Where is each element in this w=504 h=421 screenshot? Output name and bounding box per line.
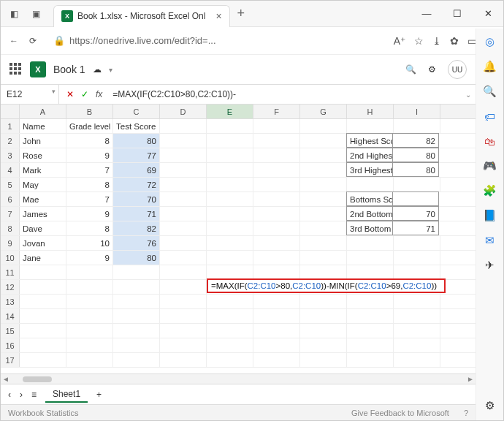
cell-A15[interactable]	[20, 324, 66, 338]
cell-D8[interactable]	[160, 221, 207, 235]
col-header-D[interactable]: D	[160, 105, 207, 118]
cell-G5[interactable]	[300, 178, 347, 191]
user-avatar[interactable]: UU	[448, 60, 467, 79]
cell-A13[interactable]	[20, 295, 66, 308]
formula-expand-icon[interactable]: ⌄	[461, 91, 476, 99]
sheet-tab-active[interactable]: Sheet1	[45, 387, 88, 403]
cell-B8[interactable]: 8	[66, 221, 113, 235]
cell-B3[interactable]: 9	[66, 148, 113, 162]
minimize-button[interactable]: —	[411, 1, 442, 27]
row-header-13[interactable]: 13	[1, 295, 20, 308]
cell-A3[interactable]: Rose	[20, 148, 66, 162]
maximize-button[interactable]: ☐	[442, 1, 473, 27]
cell-D12[interactable]	[160, 280, 207, 294]
cell-A9[interactable]: Jovan	[20, 236, 66, 250]
cell-H7[interactable]: 2nd Bottom	[346, 206, 393, 221]
help-mode-icon[interactable]: ?	[464, 409, 468, 417]
cell-A7[interactable]: James	[20, 207, 66, 221]
cell-G7[interactable]	[300, 207, 347, 221]
games-icon[interactable]: 🎮	[483, 159, 497, 173]
cell-B6[interactable]: 7	[66, 192, 113, 206]
cell-D6[interactable]	[160, 192, 207, 206]
cell-G8[interactable]	[300, 221, 347, 235]
cell-C6[interactable]: 70	[113, 192, 160, 206]
cell-D13[interactable]	[160, 295, 207, 308]
cell-I6[interactable]	[392, 191, 439, 206]
cell-C15[interactable]	[113, 324, 160, 338]
scroll-thumb[interactable]	[23, 376, 52, 382]
cell-H13[interactable]	[347, 295, 394, 308]
cell-B2[interactable]: 8	[66, 134, 113, 148]
cell-B1[interactable]: Grade level	[66, 119, 113, 133]
cell-E9[interactable]	[207, 236, 253, 250]
cell-B9[interactable]: 10	[66, 236, 113, 250]
row-header-8[interactable]: 8	[1, 221, 20, 235]
cell-D16[interactable]	[160, 338, 207, 352]
row-header-5[interactable]: 5	[1, 178, 20, 191]
cell-B5[interactable]: 8	[66, 178, 113, 191]
cell-D15[interactable]	[160, 324, 207, 338]
cell-H3[interactable]: 2nd Highest	[346, 148, 393, 162]
cell-G6[interactable]	[300, 192, 347, 206]
cell-I7[interactable]: 70	[392, 206, 439, 221]
col-header-E[interactable]: E	[207, 105, 253, 118]
cell-G14[interactable]	[300, 309, 347, 323]
cell-F13[interactable]	[253, 295, 300, 308]
fx-icon[interactable]: fx	[96, 89, 102, 99]
all-sheets-icon[interactable]: ≡	[31, 390, 37, 400]
download-icon[interactable]: ⤓	[432, 35, 441, 47]
cell-C7[interactable]: 71	[113, 207, 160, 221]
formula-input[interactable]: =MAX(IF(C2:C10>80,C2:C10))-	[110, 89, 461, 99]
add-sheet-button[interactable]: +	[96, 390, 102, 400]
workbook-stats-button[interactable]: Workbook Statistics	[8, 409, 78, 417]
cell-A17[interactable]	[20, 353, 66, 367]
read-aloud-icon[interactable]: A⁺	[394, 35, 405, 47]
row-header-12[interactable]: 12	[1, 280, 20, 294]
cell-B11[interactable]	[66, 265, 113, 279]
cell-C17[interactable]	[113, 353, 160, 367]
cell-C13[interactable]	[113, 295, 160, 308]
cell-I1[interactable]	[394, 119, 440, 133]
cell-F1[interactable]	[253, 119, 300, 133]
cell-I9[interactable]	[394, 236, 440, 250]
cell-B17[interactable]	[66, 353, 113, 367]
cell-A4[interactable]: Mark	[20, 163, 66, 177]
cell-E15[interactable]	[207, 324, 253, 338]
cell-D3[interactable]	[160, 148, 207, 162]
cell-E11[interactable]	[207, 265, 253, 279]
cell-F3[interactable]	[253, 148, 300, 162]
cell-A2[interactable]: John	[20, 134, 66, 148]
cell-E5[interactable]	[207, 178, 253, 191]
cell-G9[interactable]	[300, 236, 347, 250]
cell-B10[interactable]: 9	[66, 251, 113, 265]
refresh-button[interactable]: ⟳	[27, 35, 39, 47]
cell-D1[interactable]	[160, 119, 207, 133]
cell-C1[interactable]: Test Score	[113, 119, 160, 133]
cell-G3[interactable]	[300, 148, 347, 162]
feedback-button[interactable]: Give Feedback to Microsoft	[351, 409, 449, 417]
cell-H8[interactable]: 3rd Bottom	[346, 221, 393, 235]
extension-icon[interactable]: ✿	[450, 35, 459, 47]
cell-A10[interactable]: Jane	[20, 251, 66, 265]
col-header-B[interactable]: B	[66, 105, 113, 118]
cell-E1[interactable]	[207, 119, 253, 133]
col-header-C[interactable]: C	[113, 105, 160, 118]
cell-I8[interactable]: 71	[392, 221, 439, 235]
row-header-4[interactable]: 4	[1, 163, 20, 177]
accept-formula-icon[interactable]: ✓	[81, 89, 88, 99]
close-window-button[interactable]: ✕	[473, 1, 503, 27]
tabs-icon[interactable]: ▣	[30, 8, 42, 20]
cell-F7[interactable]	[253, 207, 300, 221]
cell-H15[interactable]	[347, 324, 394, 338]
cell-G16[interactable]	[300, 338, 347, 352]
cell-D11[interactable]	[160, 265, 207, 279]
cell-F9[interactable]	[253, 236, 300, 250]
cell-E10[interactable]	[207, 251, 253, 265]
cell-G17[interactable]	[300, 353, 347, 367]
cell-B15[interactable]	[66, 324, 113, 338]
cell-F2[interactable]	[253, 134, 300, 148]
cell-G13[interactable]	[300, 295, 347, 308]
col-header-I[interactable]: I	[394, 105, 440, 118]
cell-D7[interactable]	[160, 207, 207, 221]
browser-tab[interactable]: X Book 1.xlsx - Microsoft Excel Onl ×	[53, 5, 230, 27]
